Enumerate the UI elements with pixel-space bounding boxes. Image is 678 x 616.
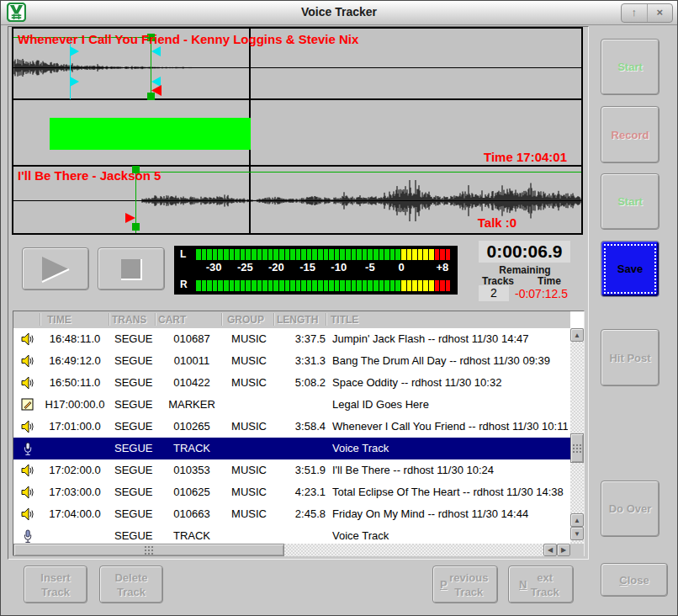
cell-length: 2:45.8 [258,503,326,525]
window-title: Voice Tracker [1,5,677,19]
scroll-up-icon[interactable]: ▲ [570,328,584,342]
cell-time: 17:02:00.0 [35,459,114,481]
cell-length: 3:37.5 [258,328,326,350]
waveform-group: Whenever I Call You Friend - Kenny Loggi… [12,27,583,235]
play-icon [40,256,71,283]
vu-right-label: R [180,279,188,290]
table-row[interactable]: 16:49:12.0SEGUE010011MUSIC3:31.3Bang The… [13,350,570,372]
do-over-button[interactable]: Do Over [601,481,659,537]
close-icon[interactable]: × [647,4,673,22]
stop-icon [120,258,142,280]
cell-length: 3:31.3 [258,350,326,372]
column-divider [109,313,109,326]
table-row[interactable]: 17:03:00.0SEGUE010625MUSIC4:23.1Total Ec… [13,481,570,503]
table-row[interactable]: 17:02:00.0SEGUE010353MUSIC3:51.9I'll Be … [13,459,570,481]
log-table: TIMETRANSCARTGROUPLENGTHTITLE 16:48:11.0… [13,311,585,556]
start-handle-icon[interactable] [125,213,135,223]
insert-track-button[interactable]: Insert Track [24,566,87,603]
table-row[interactable]: 17:01:00.0SEGUE010265MUSIC3:58.4Whenever… [13,416,570,438]
cell-title: Legal ID Goes Here [332,394,568,416]
column-header-trans[interactable]: TRANS [112,311,146,328]
marker-handle-icon[interactable] [147,93,155,100]
column-divider [273,313,274,326]
column-header-length[interactable]: LENGTH [277,311,318,328]
table-row[interactable]: 17:04:00.0SEGUE010663MUSIC2:45.8Friday O… [13,503,570,525]
column-header-time[interactable]: TIME [47,311,72,328]
speaker-icon [21,354,35,368]
close-button[interactable]: Close [601,563,668,597]
column-header-cart[interactable]: CART [158,311,186,328]
record-button[interactable]: Record [601,106,659,163]
remaining-tracks-value: 2 [479,285,509,301]
speaker-icon [21,332,35,346]
next-track-button[interactable]: Next Track [508,566,574,603]
thumb-grip [144,545,154,555]
cell-title: Jumpin' Jack Flash -- rdhost 11/30 14:47 [332,328,568,350]
cell-length: 5:08.2 [258,372,326,394]
cell-title: Bang The Drum All Day -- rdhost 11/30 09… [332,350,568,372]
track2-title: I'll Be There - Jackson 5 [18,168,161,183]
cell-time: 17:04:00.0 [35,503,114,525]
cell-title: Whenever I Call You Friend -- rdhost 11/… [332,416,568,438]
fade-handle-icon[interactable] [70,46,79,56]
column-header-group[interactable]: GROUP [227,311,264,328]
vu-scale-tick: +8 [437,261,449,273]
window-controls: ↑ × [621,3,673,23]
table-row[interactable]: SEGUETRACKVoice Track [13,525,570,544]
stop-button[interactable] [98,247,165,290]
vu-scale-tick: -20 [268,261,284,273]
cell-length: 3:58.4 [258,416,326,438]
hit-post-button[interactable]: Hit Post [601,329,659,386]
cell-time: 17:01:00.0 [35,416,114,438]
scroll-up-icon[interactable]: ▲ [570,513,584,527]
vu-left-segments [196,249,450,260]
play-button[interactable] [22,247,89,290]
start-track1-button[interactable]: Start [601,39,659,95]
maximize-icon[interactable]: ↑ [622,4,647,22]
table-row[interactable]: H17:00:00.0SEGUEMARKERLegal ID Goes Here [13,394,570,416]
column-divider [221,313,222,326]
speaker-icon [21,420,35,433]
start-track2-button[interactable]: Start [601,173,659,230]
scroll-left-icon[interactable]: ◀ [543,544,557,556]
cell-title: Voice Track [332,525,568,544]
table-row[interactable]: 16:48:11.0SEGUE010687MUSIC3:37.5Jumpin' … [13,328,570,350]
fade-handle-icon[interactable] [70,77,79,87]
wallclock-label: Time 17:04:01 [350,150,567,164]
voice-track-block[interactable] [50,118,251,150]
fade-handle-icon[interactable] [151,77,161,87]
waveform-editor[interactable] [13,29,581,233]
horizontal-scroll-thumb[interactable] [13,544,284,556]
waveform-track1 [14,59,200,77]
track1-title: Whenever I Call You Friend - Kenny Loggi… [18,32,358,46]
vu-scale-tick: 0 [398,261,404,273]
cell-time [35,438,114,459]
track-list-rows: 16:48:11.0SEGUE010687MUSIC3:37.5Jumpin' … [13,328,570,544]
cell-time: H17:00:00.0 [35,394,114,416]
vu-meter: L R -30-25-20-15-10-50+8 [174,246,458,295]
marker-icon [21,398,34,412]
column-divider [155,313,156,326]
table-header: TIMETRANSCARTGROUPLENGTHTITLE [13,311,570,329]
previous-track-button[interactable]: Previous Track [432,566,498,603]
delete-track-button[interactable]: Delete Track [99,566,163,603]
remaining-label: Remaining [479,264,571,276]
mic-icon [22,442,34,456]
scroll-right-icon[interactable]: ▶ [557,544,570,556]
column-header-title[interactable]: TITLE [331,311,358,328]
scroll-down-icon[interactable]: ▼ [570,527,584,540]
cell-length [258,394,326,416]
vertical-scroll-thumb[interactable] [570,433,584,463]
fade-handle-icon[interactable] [151,46,161,56]
cell-length [258,438,326,459]
table-row[interactable]: 16:50:11.0SEGUE010422MUSIC5:08.2Space Od… [13,372,570,394]
marker-handle-icon[interactable] [132,223,140,231]
vu-scale-tick: -30 [206,261,222,273]
thumb-grip [572,443,582,453]
cell-time [35,525,114,544]
vu-scale-tick: -10 [331,261,347,273]
speaker-icon [21,507,35,521]
save-button[interactable]: Save [601,241,659,297]
table-row[interactable]: SEGUETRACKVoice Track [13,438,570,459]
vu-scale: -30-25-20-15-10-50+8 [196,261,450,278]
